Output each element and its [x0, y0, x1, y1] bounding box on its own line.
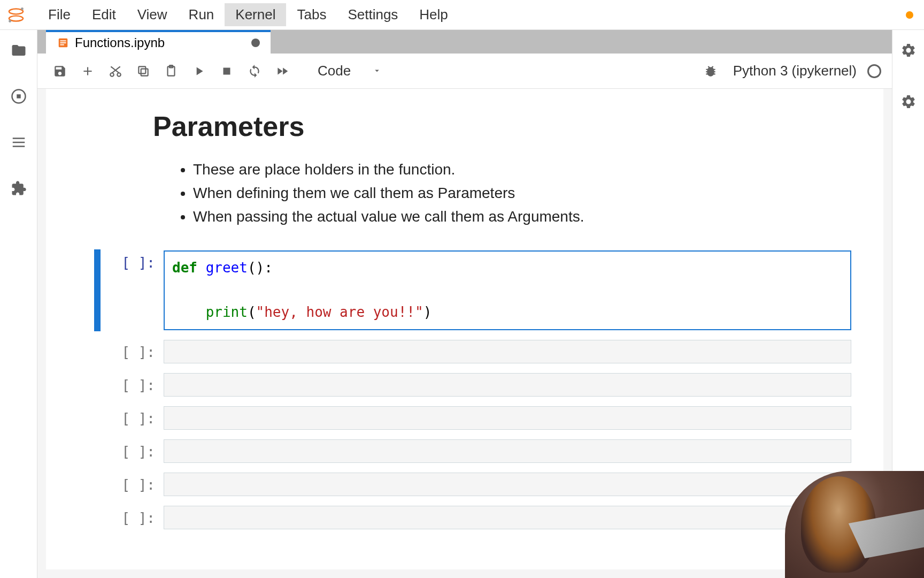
code-cell-empty[interactable]: [ ]:	[46, 405, 883, 431]
cell-input[interactable]	[164, 340, 851, 363]
run-button[interactable]	[187, 59, 211, 83]
cut-button[interactable]	[104, 59, 127, 83]
markdown-list: These are place holders in the function.…	[177, 158, 883, 228]
menu-view[interactable]: View	[127, 3, 178, 26]
markdown-heading: Parameters	[153, 110, 883, 142]
folder-icon[interactable]	[9, 41, 28, 60]
code-cell-empty[interactable]: [ ]:	[46, 372, 883, 398]
menu-help[interactable]: Help	[409, 3, 458, 26]
extensions-icon[interactable]	[9, 179, 28, 198]
save-button[interactable]	[48, 59, 72, 83]
webcam-person	[801, 476, 876, 573]
center-area: Functions.ipynb	[37, 30, 892, 578]
cell-input[interactable]	[164, 473, 851, 496]
cell-prompt: [ ]:	[94, 439, 164, 463]
webcam-overlay	[785, 471, 924, 578]
add-cell-button[interactable]	[76, 59, 99, 83]
svg-rect-16	[224, 67, 230, 74]
list-item: These are place holders in the function.	[193, 158, 883, 181]
cell-prompt: [ ]:	[94, 373, 164, 397]
list-item: When defining them we call them as Param…	[193, 182, 883, 204]
list-item: When passing the actual value we call th…	[193, 206, 883, 228]
tabbar: Functions.ipynb	[37, 30, 892, 54]
jupyter-logo	[5, 4, 27, 26]
cell-type-label: Code	[318, 63, 351, 79]
paste-button[interactable]	[159, 59, 183, 83]
code-cell-selected[interactable]: [ ]: def greet(): print("hey, how are yo…	[46, 249, 883, 331]
left-sidebar	[0, 30, 37, 578]
debug-icon[interactable]	[699, 59, 722, 83]
cell-prompt: [ ]:	[94, 250, 164, 330]
svg-rect-13	[138, 66, 145, 73]
notification-dot	[906, 11, 913, 19]
menu-run[interactable]: Run	[178, 3, 225, 26]
cell-prompt: [ ]:	[94, 340, 164, 363]
svg-point-0	[9, 9, 23, 14]
code-cell-empty[interactable]: [ ]:	[46, 438, 883, 464]
menu-edit[interactable]: Edit	[81, 3, 127, 26]
menu-tabs[interactable]: Tabs	[286, 3, 337, 26]
code-cell-empty[interactable]: [ ]:	[46, 505, 883, 530]
copy-button[interactable]	[132, 59, 155, 83]
toc-icon[interactable]	[9, 133, 28, 152]
svg-point-3	[9, 20, 11, 22]
svg-point-10	[110, 73, 114, 77]
chevron-down-icon	[372, 63, 382, 79]
cell-prompt: [ ]:	[94, 473, 164, 496]
menu-kernel[interactable]: Kernel	[225, 3, 286, 26]
cell-prompt: [ ]:	[94, 406, 164, 430]
svg-rect-8	[60, 42, 66, 43]
stop-button[interactable]	[215, 59, 238, 83]
menu-settings[interactable]: Settings	[337, 3, 409, 26]
code-cell-empty[interactable]: [ ]:	[46, 471, 883, 497]
tab-title: Functions.ipynb	[75, 35, 165, 50]
menu-file[interactable]: File	[37, 3, 81, 26]
kernel-status-indicator	[867, 64, 881, 78]
notebook-icon	[57, 36, 70, 49]
cell-input[interactable]: def greet(): print("hey, how are you!!")	[164, 250, 851, 330]
svg-point-1	[9, 16, 23, 21]
svg-rect-5	[17, 94, 21, 98]
kernel-name[interactable]: Python 3 (ipykernel)	[733, 63, 857, 79]
cell-input[interactable]	[164, 373, 851, 397]
cell-prompt: [ ]:	[94, 506, 164, 529]
cell-input[interactable]	[164, 439, 851, 463]
cell-type-dropdown[interactable]: Code	[309, 60, 390, 81]
cell-input[interactable]	[164, 406, 851, 430]
svg-rect-12	[141, 69, 148, 75]
cell-input[interactable]	[164, 506, 851, 529]
svg-rect-7	[60, 40, 66, 41]
svg-rect-9	[60, 44, 64, 45]
running-icon[interactable]	[9, 87, 28, 106]
notebook-body[interactable]: Parameters These are place holders in th…	[46, 89, 883, 569]
svg-point-2	[21, 7, 24, 10]
fast-forward-button[interactable]	[271, 59, 294, 83]
debug-gear-icon[interactable]	[899, 92, 918, 111]
main-layout: Functions.ipynb	[0, 30, 924, 578]
code-cell-empty[interactable]: [ ]:	[46, 339, 883, 364]
notebook-tab[interactable]: Functions.ipynb	[46, 30, 271, 54]
menubar: File Edit View Run Kernel Tabs Settings …	[0, 0, 924, 30]
restart-button[interactable]	[243, 59, 266, 83]
notebook-toolbar: Code Python 3 (ipykernel)	[37, 54, 892, 89]
gear-icon[interactable]	[899, 41, 918, 60]
dirty-indicator	[251, 39, 260, 47]
svg-point-11	[117, 73, 121, 77]
